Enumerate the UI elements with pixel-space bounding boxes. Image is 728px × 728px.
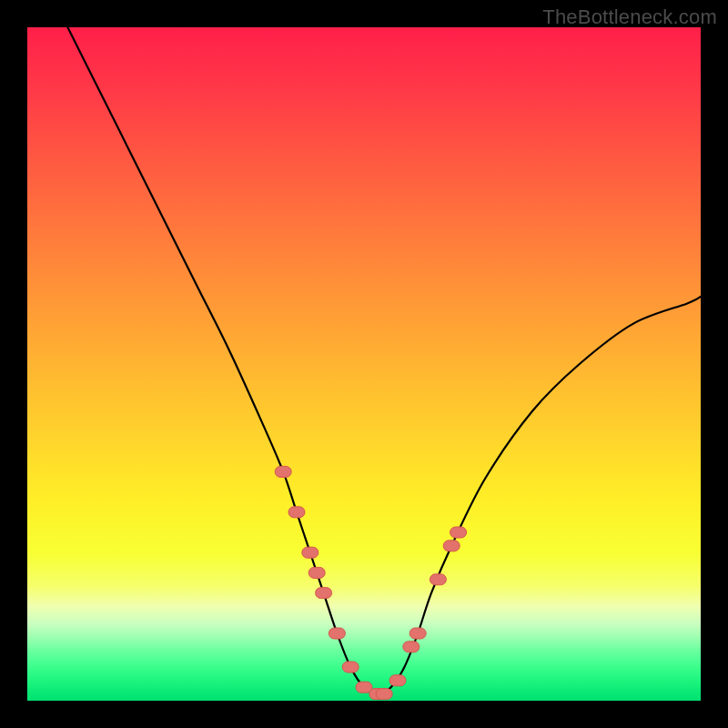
marker-dot xyxy=(316,588,332,599)
marker-dot xyxy=(308,567,325,578)
marker-dot xyxy=(376,689,392,700)
marker-group xyxy=(275,466,466,699)
marker-dot xyxy=(275,466,291,477)
marker-dot xyxy=(329,628,345,639)
marker-dot xyxy=(403,642,420,652)
curve-layer xyxy=(27,27,701,701)
marker-dot xyxy=(410,628,426,639)
marker-dot xyxy=(450,527,467,538)
marker-dot xyxy=(288,507,305,518)
marker-dot xyxy=(389,675,406,686)
bottleneck-curve xyxy=(67,27,701,694)
chart-frame: TheBottleneck.com xyxy=(0,0,728,728)
watermark-text: TheBottleneck.com xyxy=(542,5,717,29)
plot-area xyxy=(27,27,701,701)
marker-dot xyxy=(342,662,359,672)
marker-dot xyxy=(430,574,446,585)
marker-dot xyxy=(302,547,318,558)
marker-dot xyxy=(443,541,460,551)
